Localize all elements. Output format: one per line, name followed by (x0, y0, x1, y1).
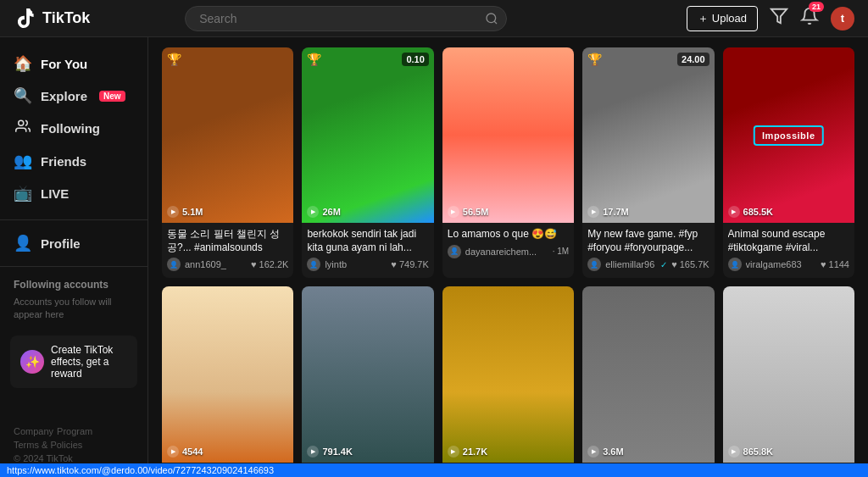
trophy-icon: 🏆 (587, 53, 602, 66)
effect-icon: ✨ (20, 350, 44, 374)
user-avatar[interactable]: t (831, 7, 854, 31)
sidebar-item-following[interactable]: Following (0, 112, 147, 145)
play-icon: ▶ (728, 206, 740, 218)
video-info: berkokok sendiri tak jadi kita guna ayam… (302, 223, 433, 278)
thumb-bottom: ▶ 685.5K (728, 206, 849, 218)
video-card-1[interactable]: 🏆 ▶ 5.1M 동물 소리 필터 챌린지 성 공?... #animalsou… (162, 47, 293, 278)
upload-button[interactable]: ＋ Upload (687, 6, 758, 31)
sidebar-item-profile[interactable]: 👤 Profile (0, 227, 147, 259)
main-layout: 🏠 For You 🔍 Explore New Following 👥 (0, 37, 868, 477)
video-card-5[interactable]: Impossible ▶ 685.5K Animal sound escape … (723, 47, 854, 278)
author-avatar: 👤 (587, 258, 601, 271)
video-card-2[interactable]: 🏆 0.10 ▶ 26M berkokok sendiri tak jadi k… (302, 47, 433, 278)
create-effect-label: Create TikTok effects, get a reward (51, 344, 127, 380)
play-icon: ▶ (728, 446, 740, 458)
video-card-6[interactable]: ▶ 4544 #animalnamechallenge 👤 marykate_d… (162, 286, 293, 477)
video-info: Lo amamos o que 😍😅 👤 dayanareichem... · … (442, 223, 574, 265)
video-card-9[interactable]: ▶ 3.6M I saw this and I had to know! 🤩❤️… (582, 286, 714, 477)
friends-icon: 👥 (14, 152, 32, 170)
filter-icon-btn[interactable] (770, 7, 788, 30)
video-author-row: 👤 ann1609_ ♥ 162.2K (167, 258, 288, 271)
svg-point-1 (487, 14, 496, 23)
video-author-row: 👤 elliemillar96 ✓ ♥ 165.7K (587, 258, 709, 271)
header-right: ＋ Upload 21 t (687, 6, 854, 31)
create-effects-button[interactable]: ✨ Create TikTok effects, get a reward (10, 336, 137, 388)
sidebar-item-friends[interactable]: 👥 Friends (0, 145, 147, 177)
profile-icon: 👤 (14, 234, 32, 252)
sidebar-divider-1 (0, 219, 147, 220)
program-link[interactable]: Program (57, 426, 92, 436)
view-count: 791.4K (322, 446, 352, 457)
view-count: 865.8K (743, 446, 773, 457)
status-url: https://www.tiktok.com/@derdo.00/video/7… (7, 465, 274, 475)
video-thumbnail: Impossible ▶ 685.5K (723, 47, 854, 223)
sidebar-item-live[interactable]: 📺 LIVE (0, 177, 147, 209)
thumb-bottom: ▶ 4544 (167, 446, 288, 458)
video-title: My new fave game. #fyp #foryou #foryourp… (587, 228, 709, 254)
video-card-8[interactable]: ▶ 21.7K which animal are you Derdo.00...… (442, 286, 574, 477)
svg-point-4 (19, 120, 24, 125)
header: TikTok ＋ Upload 21 t (0, 0, 868, 37)
following-icon (14, 119, 32, 138)
video-author-row: 👤 viralgame683 ♥ 1144 (728, 258, 849, 271)
like-count: ♥ 162.2K (251, 259, 288, 269)
play-icon: ▶ (307, 206, 319, 218)
video-card-3[interactable]: ▶ 56.5M Lo amamos o que 😍😅 👤 dayanareich… (442, 47, 574, 278)
trophy-icon: 🏆 (167, 53, 181, 66)
svg-line-2 (494, 21, 497, 24)
author-name: ann1609_ (185, 259, 247, 269)
notification-icon-btn[interactable]: 21 (800, 7, 819, 30)
search-button[interactable] (485, 12, 498, 25)
thumb-overlay-top: 🏆 0.10 (307, 53, 428, 66)
sidebar-item-label: For You (41, 57, 87, 71)
video-card-10[interactable]: ▶ 865.8K The funny clip of the kid made … (723, 286, 854, 477)
video-info: Animal sound escape #tiktokgame #viral..… (723, 223, 854, 278)
tiktok-logo-icon (14, 7, 37, 31)
view-count: 56.5M (463, 207, 489, 217)
sidebar-nav: 🏠 For You 🔍 Explore New Following 👥 (0, 44, 147, 213)
thumb-bottom: ▶ 21.7K (448, 446, 569, 458)
sidebar-footer: Company Program Terms & Policies © 2024 … (0, 419, 147, 470)
view-count: 4544 (182, 446, 203, 457)
follower-count: · 1M (553, 247, 569, 256)
terms-link[interactable]: Terms & Policies (14, 440, 82, 450)
logo[interactable]: TikTok (14, 7, 90, 31)
video-thumbnail: ▶ 21.7K (442, 286, 574, 462)
search-input[interactable] (185, 6, 507, 31)
filter-icon (770, 7, 788, 25)
view-count: 685.5K (743, 207, 773, 217)
thumb-bottom: ▶ 56.5M (448, 206, 569, 218)
notification-badge: 21 (809, 2, 824, 12)
video-thumbnail: ▶ 791.4K (302, 286, 433, 462)
author-avatar: 👤 (448, 245, 461, 258)
video-info: 동물 소리 필터 챌린지 성 공?... #animalsounds 👤 ann… (162, 223, 293, 278)
video-thumbnail: 🏆 ▶ 5.1M (162, 47, 293, 223)
status-bar: https://www.tiktok.com/@derdo.00/video/7… (0, 463, 868, 477)
sidebar-item-explore[interactable]: 🔍 Explore New (0, 80, 147, 112)
video-score: 24.00 (677, 53, 709, 66)
view-count: 3.6M (603, 446, 623, 457)
view-count: 5.1M (182, 207, 203, 217)
video-title: 동물 소리 필터 챌린지 성 공?... #animalsounds (167, 228, 288, 254)
thumb-bottom: ▶ 5.1M (167, 206, 288, 218)
author-avatar: 👤 (307, 258, 320, 271)
sidebar-item-for-you[interactable]: 🏠 For You (0, 47, 147, 80)
sidebar-divider-2 (0, 266, 147, 267)
copyright: © 2024 TikTok (14, 453, 134, 463)
following-accounts-desc: Accounts you follow will appear here (0, 292, 147, 329)
video-card-4[interactable]: 🏆 24.00 ▶ 17.7M My new fave game. #fyp #… (582, 47, 714, 278)
like-count: ♥ 165.7K (671, 259, 709, 269)
company-link[interactable]: Company (14, 426, 53, 436)
explore-icon: 🔍 (14, 86, 32, 105)
thumb-overlay-top: 🏆 (167, 53, 288, 66)
sidebar-item-label: LIVE (41, 186, 69, 201)
sidebar: 🏠 For You 🔍 Explore New Following 👥 (0, 37, 148, 477)
thumb-bottom: ▶ 26M (307, 206, 428, 218)
author-avatar: 👤 (167, 258, 181, 271)
trophy-icon: 🏆 (307, 53, 321, 66)
sidebar-item-label: Profile (41, 236, 81, 251)
video-thumbnail: ▶ 865.8K (723, 286, 854, 462)
footer-links: Company Program Terms & Policies (14, 426, 134, 450)
video-card-7[interactable]: ▶ 791.4K hahahaha animal test #korean #f… (302, 286, 433, 477)
video-score: 0.10 (402, 53, 428, 66)
